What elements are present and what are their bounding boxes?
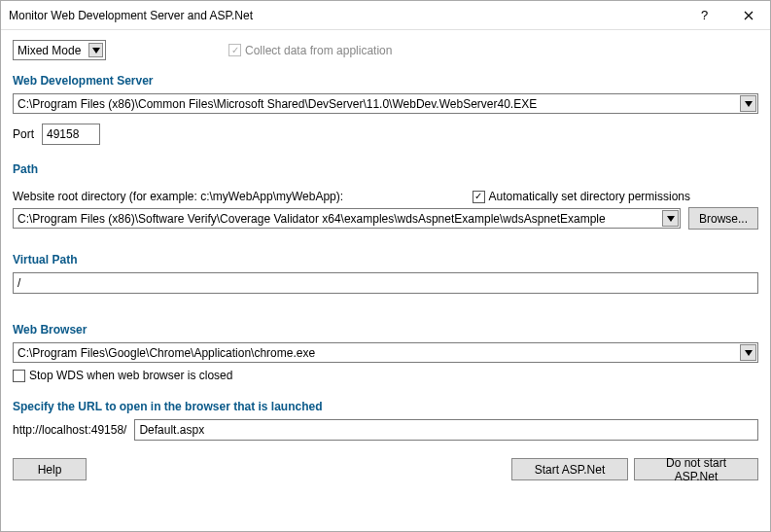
titlebar: Monitor Web Development Server and ASP.N… <box>1 1 770 30</box>
mode-select-value: Mixed Mode <box>18 44 81 57</box>
auto-perms-checkbox[interactable]: ✓ Automatically set directory permission… <box>473 190 690 203</box>
root-dir-combo[interactable]: C:\Program Files (x86)\Software Verify\C… <box>13 208 681 229</box>
auto-perms-label: Automatically set directory permissions <box>489 190 690 203</box>
port-input[interactable] <box>42 124 100 145</box>
chevron-down-icon <box>740 344 756 361</box>
checkbox-icon: ✓ <box>473 191 485 203</box>
browse-button[interactable]: Browse... <box>688 207 758 230</box>
do-not-start-button[interactable]: Do not start ASP.Net <box>634 458 758 480</box>
wds-header: Web Development Server <box>13 74 758 88</box>
collect-data-label: Collect data from application <box>245 44 392 57</box>
stop-wds-label: Stop WDS when web browser is closed <box>29 369 232 382</box>
mode-select[interactable]: Mixed Mode <box>13 40 106 60</box>
help-button[interactable]: Help <box>13 458 87 480</box>
window-title: Monitor Web Development Server and ASP.N… <box>9 9 683 22</box>
url-header: Specify the URL to open in the browser t… <box>13 400 758 413</box>
chevron-down-icon <box>662 210 679 227</box>
virtual-path-header: Virtual Path <box>13 253 758 266</box>
root-dir-label: Website root directory (for example: c:\… <box>13 190 343 203</box>
browser-path-combo[interactable]: C:\Program Files\Google\Chrome\Applicati… <box>13 342 758 363</box>
url-input[interactable] <box>134 419 758 441</box>
close-icon[interactable] <box>726 1 770 30</box>
wds-path-combo[interactable]: C:\Program Files (x86)\Common Files\Micr… <box>13 93 758 114</box>
path-header: Path <box>13 162 758 176</box>
virtual-path-input[interactable] <box>13 272 758 294</box>
collect-data-checkbox: ✓ Collect data from application <box>228 44 392 57</box>
checkbox-icon: ✓ <box>228 44 241 56</box>
wds-path-value: C:\Program Files (x86)\Common Files\Micr… <box>18 97 537 111</box>
chevron-down-icon <box>88 43 103 57</box>
checkbox-icon <box>13 370 25 382</box>
help-icon[interactable]: ? <box>683 1 726 30</box>
stop-wds-checkbox[interactable]: Stop WDS when web browser is closed <box>13 369 232 382</box>
browser-path-value: C:\Program Files\Google\Chrome\Applicati… <box>18 346 315 360</box>
root-dir-value: C:\Program Files (x86)\Software Verify\C… <box>18 212 606 226</box>
chevron-down-icon <box>740 95 756 112</box>
url-prefix: http://localhost:49158/ <box>13 423 126 437</box>
browser-header: Web Browser <box>13 323 758 337</box>
port-label: Port <box>13 127 34 141</box>
start-button[interactable]: Start ASP.Net <box>511 458 628 480</box>
